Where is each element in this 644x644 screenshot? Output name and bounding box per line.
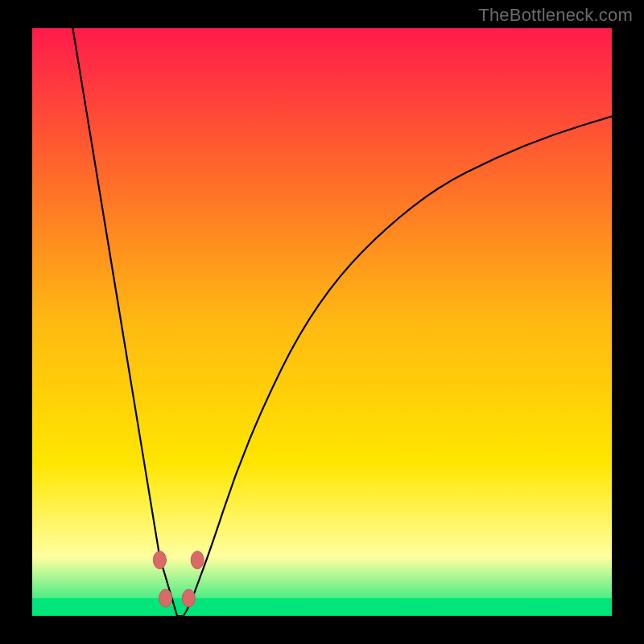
curve-marker — [153, 551, 166, 569]
chart-frame: TheBottleneck.com — [0, 0, 644, 644]
plot-area — [32, 28, 612, 616]
curve-marker — [159, 589, 172, 607]
watermark-text: TheBottleneck.com — [478, 5, 633, 26]
baseline-band — [32, 598, 612, 616]
curve-marker — [191, 551, 204, 569]
curve-marker — [182, 589, 195, 607]
gradient-background — [32, 28, 612, 616]
bottleneck-plot — [32, 28, 612, 616]
